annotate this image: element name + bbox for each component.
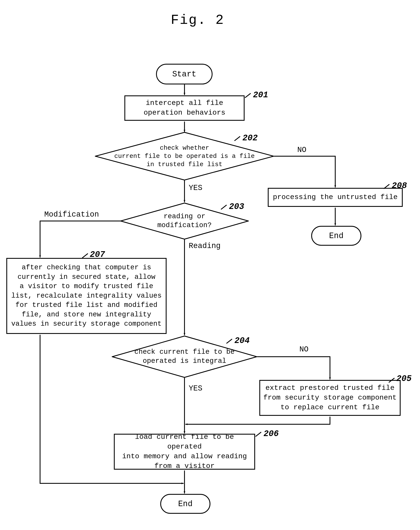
ref-208: 208 bbox=[392, 181, 407, 191]
label-202-no: NO bbox=[297, 146, 306, 154]
ref-205: 205 bbox=[396, 374, 412, 383]
ref-201-tick bbox=[245, 93, 251, 98]
ref-207-tick bbox=[82, 253, 88, 258]
process-208: processing the untrusted file bbox=[268, 188, 403, 207]
flowchart-canvas: Fig. 2 Start intercept all file operatio… bbox=[0, 0, 420, 530]
ref-207: 207 bbox=[90, 250, 105, 259]
figure-title: Fig. 2 bbox=[171, 13, 224, 28]
decision-203: reading or modification? bbox=[120, 203, 249, 240]
decision-204-label: check current file to be operated is int… bbox=[112, 348, 257, 366]
label-204-yes: YES bbox=[189, 384, 202, 393]
end-bottom: End bbox=[160, 494, 210, 514]
label-202-yes: YES bbox=[189, 184, 202, 192]
label-203-read: Reading bbox=[189, 242, 221, 250]
start-node: Start bbox=[156, 64, 212, 84]
ref-201: 201 bbox=[253, 90, 268, 100]
process-206: load current file to be operated into me… bbox=[114, 434, 255, 470]
process-201: intercept all file operation behaviors bbox=[124, 95, 245, 121]
label-203-mod: Modification bbox=[44, 210, 99, 219]
end-right: End bbox=[311, 226, 361, 246]
ref-206-tick bbox=[255, 432, 261, 437]
decision-204: check current file to be operated is int… bbox=[112, 336, 257, 378]
decision-202-label: check whether current file to be operate… bbox=[95, 144, 274, 169]
decision-203-label: reading or modification? bbox=[120, 212, 249, 230]
process-205: extract prestored trusted file from secu… bbox=[259, 380, 401, 416]
ref-206: 206 bbox=[264, 429, 279, 439]
decision-202: check whether current file to be operate… bbox=[95, 132, 274, 180]
process-207: after checking that computer is currentl… bbox=[6, 258, 167, 334]
label-204-no: NO bbox=[299, 345, 308, 354]
